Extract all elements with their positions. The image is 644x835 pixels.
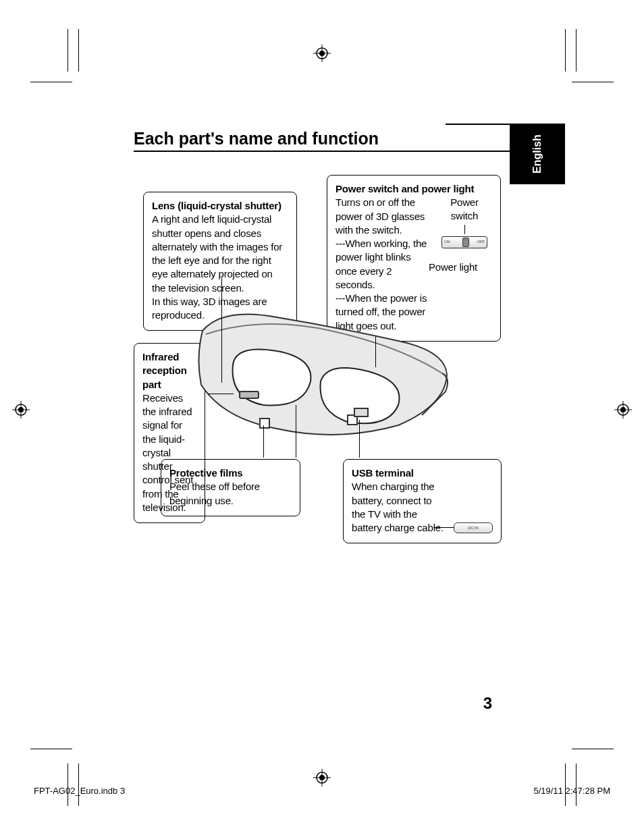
callout-title: Infrared reception part xyxy=(142,350,196,392)
crop-mark xyxy=(576,29,576,72)
usb-port-label: DC IN xyxy=(468,525,478,531)
crop-mark xyxy=(565,763,566,806)
crop-mark xyxy=(30,82,72,82)
page-title: Each part's name and function xyxy=(134,129,379,149)
leader-line xyxy=(296,405,296,458)
language-tab: English xyxy=(510,124,565,184)
callout-title: Protective films xyxy=(169,466,292,480)
rule-line xyxy=(446,124,510,125)
power-switch-icon: ON OFF xyxy=(441,236,487,248)
leader-line xyxy=(221,278,222,383)
rule-line xyxy=(134,151,510,152)
svg-rect-16 xyxy=(240,392,259,398)
crop-mark xyxy=(576,763,576,806)
crop-mark xyxy=(572,82,614,82)
switch-off-label: OFF xyxy=(477,240,485,245)
registration-mark-icon xyxy=(12,401,30,419)
page-number: 3 xyxy=(483,694,492,713)
crop-mark xyxy=(572,749,614,749)
leader-line xyxy=(433,527,454,528)
leader-line xyxy=(359,420,360,458)
crop-mark xyxy=(78,29,79,72)
callout-title: Power switch and power light xyxy=(336,182,492,196)
registration-mark-icon xyxy=(313,769,331,786)
footer-file: FPT-AG02_Euro.indb 3 xyxy=(34,786,125,796)
footer: FPT-AG02_Euro.indb 3 5/19/11 2:47:28 PM xyxy=(34,786,610,796)
footer-timestamp: 5/19/11 2:47:28 PM xyxy=(534,786,610,796)
svg-rect-17 xyxy=(260,419,269,428)
power-light-label: Power light xyxy=(429,261,492,274)
leader-line xyxy=(208,394,234,394)
registration-mark-icon xyxy=(614,401,632,419)
crop-mark xyxy=(565,29,566,72)
glasses-diagram xyxy=(196,304,452,452)
callout-usb-terminal: USB terminal When charging the battery, … xyxy=(343,459,502,543)
leader-line xyxy=(263,425,264,458)
usb-port-icon: DC IN xyxy=(454,522,493,533)
power-switch-label: Power switch xyxy=(437,196,492,222)
callout-body: Peel these off before beginning use. xyxy=(169,480,292,508)
crop-mark xyxy=(30,749,72,749)
callout-title: Lens (liquid-crystal shutter) xyxy=(152,199,288,213)
leader-line xyxy=(464,225,465,234)
crop-mark xyxy=(68,29,68,72)
crop-mark xyxy=(68,763,68,806)
registration-mark-icon xyxy=(313,45,331,62)
crop-mark xyxy=(78,763,79,806)
callout-protective-films: Protective films Peel these off before b… xyxy=(161,459,300,516)
switch-on-label: ON xyxy=(444,240,450,245)
callout-title: USB terminal xyxy=(352,466,493,480)
switch-knob-icon xyxy=(462,238,469,247)
leader-line xyxy=(375,337,376,367)
svg-rect-19 xyxy=(354,408,368,416)
